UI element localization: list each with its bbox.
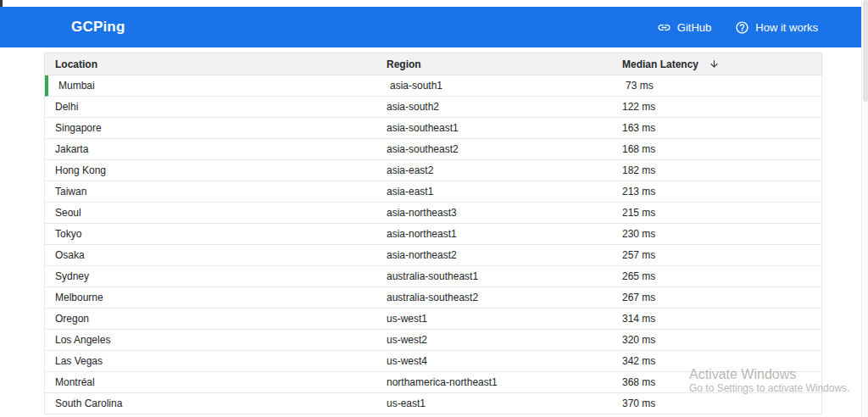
latency-cell: 320 ms (612, 334, 821, 346)
link-icon (657, 20, 671, 35)
column-header-latency[interactable]: Median Latency (612, 58, 821, 70)
latency-cell: 265 ms (612, 270, 821, 282)
region-cell: asia-northeast2 (376, 249, 612, 261)
region-cell: australia-southeast2 (376, 292, 612, 303)
page: GCPing GitHub How it works Location Regi… (0, 0, 868, 417)
location-cell: Osaka (45, 249, 376, 261)
location-cell: Los Angeles (45, 334, 376, 346)
latency-cell: 230 ms (612, 228, 821, 240)
location-cell: South Carolina (45, 398, 376, 409)
latency-cell: 73 ms (615, 80, 821, 92)
github-link-label: GitHub (677, 21, 711, 34)
table-row: Mumbai asia-south1 73 ms (45, 75, 821, 97)
scrollbar-thumb[interactable] (863, 0, 868, 102)
column-header-region[interactable]: Region (376, 58, 612, 70)
location-cell: Seoul (45, 207, 376, 219)
location-cell: Montréal (45, 376, 376, 388)
location-cell: Mumbai (48, 80, 380, 92)
table-row: Tokyo asia-northeast1 230 ms (45, 224, 821, 245)
how-it-works-link[interactable]: How it works (735, 20, 818, 35)
column-header-latency-label: Median Latency (622, 58, 698, 70)
region-cell: asia-southeast2 (376, 143, 612, 155)
table-row: Montréal northamerica-northeast1 368 ms (45, 372, 821, 393)
scrollbar[interactable] (861, 0, 868, 417)
app-title: GCPing (71, 19, 125, 36)
latency-cell: 163 ms (612, 122, 821, 134)
region-cell: us-west4 (376, 355, 612, 367)
location-cell: Tokyo (45, 228, 376, 240)
latency-cell: 213 ms (612, 186, 821, 197)
location-cell: Jakarta (45, 143, 376, 155)
region-cell: asia-south1 (380, 80, 615, 92)
region-cell: asia-northeast1 (376, 228, 612, 240)
latency-table: Location Region Median Latency Mumbai as… (44, 53, 822, 414)
location-cell: Hong Kong (45, 164, 376, 176)
location-cell: Delhi (45, 101, 376, 113)
location-cell: Melbourne (45, 292, 376, 303)
region-cell: australia-southeast1 (376, 270, 612, 282)
latency-cell: 182 ms (612, 164, 821, 176)
latency-cell: 257 ms (612, 249, 821, 261)
region-cell: us-west1 (376, 313, 612, 325)
sort-descending-icon (709, 58, 720, 70)
region-cell: us-west2 (376, 334, 612, 346)
table-row: Seoul asia-northeast3 215 ms (45, 203, 821, 224)
region-cell: northamerica-northeast1 (376, 376, 612, 388)
table-row: Melbourne australia-southeast2 267 ms (45, 287, 821, 309)
region-cell: asia-northeast3 (376, 207, 612, 219)
table-header-row: Location Region Median Latency (44, 53, 822, 75)
table-row: Singapore asia-southeast1 163 ms (45, 118, 821, 139)
region-cell: asia-east2 (376, 164, 612, 176)
latency-cell: 368 ms (612, 376, 821, 388)
region-cell: us-east1 (376, 398, 612, 409)
column-header-location[interactable]: Location (45, 58, 376, 70)
how-it-works-label: How it works (755, 21, 818, 34)
latency-cell: 370 ms (612, 398, 821, 409)
help-icon (735, 20, 749, 35)
latency-cell: 215 ms (612, 207, 821, 219)
table-row: Osaka asia-northeast2 257 ms (45, 245, 821, 266)
app-header: GCPing GitHub How it works (0, 7, 861, 47)
table-row: Delhi asia-south2 122 ms (45, 97, 821, 118)
table-body: Mumbai asia-south1 73 ms Delhi asia-sout… (44, 75, 822, 414)
region-cell: asia-southeast1 (376, 122, 612, 134)
table-row: Sydney australia-southeast1 265 ms (45, 266, 821, 287)
latency-cell: 314 ms (612, 313, 821, 325)
region-cell: asia-east1 (376, 186, 612, 197)
latency-cell: 122 ms (612, 101, 821, 113)
browser-edge-artifact (0, 0, 3, 7)
table-row: Jakarta asia-southeast2 168 ms (45, 139, 821, 160)
table-row: Las Vegas us-west4 342 ms (45, 351, 821, 372)
table-row: South Carolina us-east1 370 ms (45, 393, 821, 414)
location-cell: Las Vegas (45, 355, 376, 367)
location-cell: Taiwan (45, 186, 376, 197)
header-nav: GitHub How it works (657, 20, 818, 35)
latency-cell: 267 ms (612, 292, 821, 303)
table-row: Oregon us-west1 314 ms (45, 309, 821, 330)
latency-cell: 168 ms (612, 143, 821, 155)
region-cell: asia-south2 (376, 101, 612, 113)
table-row: Hong Kong asia-east2 182 ms (45, 160, 821, 181)
table-row: Los Angeles us-west2 320 ms (45, 330, 821, 351)
location-cell: Oregon (45, 313, 376, 325)
table-row: Taiwan asia-east1 213 ms (45, 181, 821, 203)
github-link[interactable]: GitHub (657, 20, 711, 35)
location-cell: Singapore (45, 122, 376, 134)
location-cell: Sydney (45, 270, 376, 282)
latency-cell: 342 ms (612, 355, 821, 367)
